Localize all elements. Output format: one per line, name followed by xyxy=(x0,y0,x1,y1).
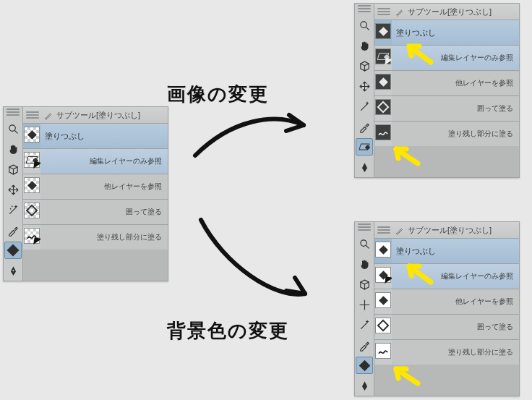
pen-icon[interactable] xyxy=(4,262,22,279)
row-label: 囲って塗る xyxy=(392,96,519,121)
row-other-layers[interactable]: 他レイヤーを参照 xyxy=(23,174,168,200)
panel-title: サブツール[塗りつぶし] xyxy=(408,225,492,236)
row-thumb xyxy=(23,124,40,148)
hand-icon[interactable] xyxy=(356,255,373,273)
panel-header[interactable]: サブツール[塗りつぶし] xyxy=(23,107,168,124)
drag-grip-icon[interactable] xyxy=(377,226,390,234)
wand-icon[interactable] xyxy=(356,316,373,333)
toolbar xyxy=(3,106,22,281)
brush-icon xyxy=(395,225,405,235)
drag-grip-icon[interactable] xyxy=(26,111,39,119)
heading-image-change: 画像の変更 xyxy=(167,82,269,107)
toolbar xyxy=(354,221,374,396)
row-fill-header[interactable]: 塗りつぶし xyxy=(374,239,519,264)
row-label: 他レイヤーを参照 xyxy=(392,71,519,95)
row-other-layers[interactable]: 他レイヤーを参照 xyxy=(374,71,519,96)
eyedropper-icon[interactable] xyxy=(356,336,373,354)
magnifier-icon[interactable] xyxy=(356,235,373,252)
row-enclose-fill[interactable]: 囲って塗る xyxy=(374,315,519,340)
cube-icon[interactable] xyxy=(4,161,22,178)
svg-point-2 xyxy=(360,239,366,246)
drag-grip-icon[interactable] xyxy=(377,8,390,15)
pen-icon[interactable] xyxy=(356,377,373,394)
brush-icon xyxy=(395,7,405,17)
bucket-glyph xyxy=(7,244,20,257)
pen-icon[interactable] xyxy=(356,158,373,176)
row-thumb xyxy=(23,200,40,224)
row-label: 塗り残し部分に塗る xyxy=(392,122,519,146)
panel-bg-changed: サブツール[塗りつぶし] 塗りつぶし 編集レイヤーのみ参照 他レイヤーを参照 囲… xyxy=(354,221,520,396)
row-enclose-fill[interactable]: 囲って塗る xyxy=(374,96,519,122)
yellow-arrow xyxy=(389,365,422,386)
row-fill-header[interactable]: 塗りつぶし xyxy=(23,124,168,149)
row-label: 塗り残し部分に塗る xyxy=(40,225,168,250)
arrow-to-bottom-right xyxy=(188,214,318,308)
drag-grip-icon[interactable] xyxy=(358,224,371,231)
cube-icon[interactable] xyxy=(356,57,373,75)
drag-grip-icon[interactable] xyxy=(358,5,371,12)
hand-icon[interactable] xyxy=(356,37,373,54)
wand-icon[interactable] xyxy=(356,98,373,115)
row-edit-layer-only[interactable]: 編集レイヤーのみ参照 xyxy=(374,46,519,71)
row-label: 囲って塗る xyxy=(392,315,519,339)
row-label: 囲って塗る xyxy=(40,200,168,224)
panel-image-changed: サブツール[塗りつぶし] 塗りつぶし 編集レイヤーのみ参照 他レイヤーを参照 囲… xyxy=(354,3,520,178)
yellow-arrow xyxy=(402,260,435,285)
drag-grip-icon[interactable] xyxy=(7,108,20,116)
wand-icon[interactable] xyxy=(4,201,22,218)
heading-bg-change: 背景色の変更 xyxy=(167,318,289,344)
row-fill-header[interactable]: 塗りつぶし xyxy=(374,20,519,46)
row-enclose-fill[interactable]: 囲って塗る xyxy=(23,200,168,225)
fill-icon[interactable] xyxy=(356,357,373,374)
row-label: 塗りつぶし xyxy=(392,239,519,263)
panel-original: サブツール[塗りつぶし] 塗りつぶし 編集レイヤーのみ参照 他レイヤーを参照 囲… xyxy=(3,106,168,281)
toolbar xyxy=(354,3,374,178)
row-label: 塗り残し部分に塗る xyxy=(392,340,519,365)
row-label: 編集レイヤーのみ参照 xyxy=(40,149,168,174)
row-thumb xyxy=(23,174,40,199)
svg-point-1 xyxy=(360,21,366,27)
fill-icon[interactable] xyxy=(356,138,373,156)
row-edit-layer-only[interactable]: 編集レイヤーのみ参照 xyxy=(374,264,519,289)
move-icon[interactable] xyxy=(356,77,373,95)
row-label: 他レイヤーを参照 xyxy=(392,289,519,314)
svg-point-0 xyxy=(9,124,14,131)
eyedropper-icon[interactable] xyxy=(356,118,373,135)
arrow-to-top-right xyxy=(188,105,318,163)
yellow-arrow xyxy=(389,145,422,166)
row-label: 他レイヤーを参照 xyxy=(40,174,168,199)
panel-title: サブツール[塗りつぶし] xyxy=(56,110,140,121)
eyedropper-icon[interactable] xyxy=(4,221,22,239)
row-thumb xyxy=(23,149,40,174)
magnifier-icon[interactable] xyxy=(4,120,22,137)
row-unpainted-fill[interactable]: 塗り残し部分に塗る xyxy=(23,225,168,250)
move-icon[interactable] xyxy=(4,181,22,198)
cube-icon[interactable] xyxy=(356,276,373,293)
move-icon[interactable] xyxy=(356,296,373,313)
row-edit-layer-only[interactable]: 編集レイヤーのみ参照 xyxy=(23,149,168,174)
row-label: 塗りつぶし xyxy=(40,124,168,148)
panel-header[interactable]: サブツール[塗りつぶし] xyxy=(374,4,519,20)
row-unpainted-fill[interactable]: 塗り残し部分に塗る xyxy=(374,122,519,146)
row-other-layers[interactable]: 他レイヤーを参照 xyxy=(374,289,519,315)
panel-title: サブツール[塗りつぶし] xyxy=(408,7,492,17)
fill-icon[interactable] xyxy=(4,242,22,259)
row-thumb xyxy=(23,225,40,250)
hand-icon[interactable] xyxy=(4,140,22,158)
brush-icon xyxy=(43,110,53,120)
yellow-arrow xyxy=(402,41,435,65)
subtool-list: サブツール[塗りつぶし] 塗りつぶし 編集レイヤーのみ参照 他レイヤーを参照 囲… xyxy=(22,106,168,281)
magnifier-icon[interactable] xyxy=(356,17,373,34)
panel-header[interactable]: サブツール[塗りつぶし] xyxy=(374,222,519,239)
row-unpainted-fill[interactable]: 塗り残し部分に塗る xyxy=(374,340,519,365)
